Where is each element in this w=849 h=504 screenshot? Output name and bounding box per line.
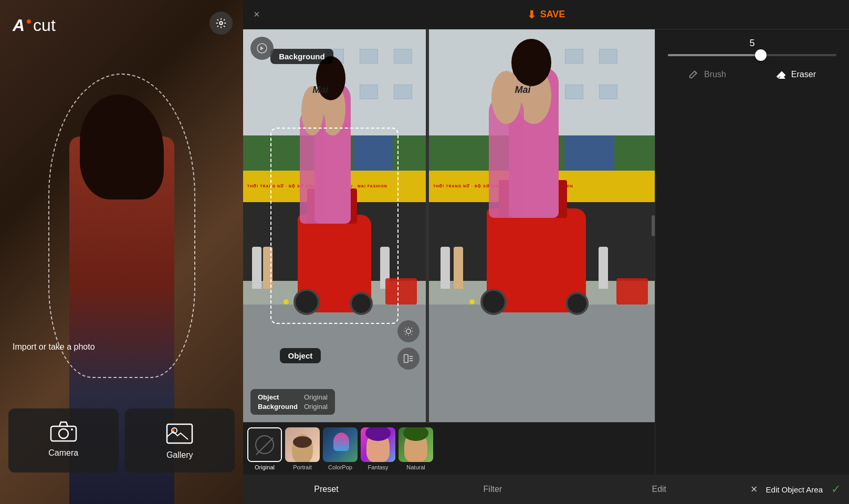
svg-point-2 [59, 429, 68, 438]
background-status-row: Background Original [258, 403, 328, 411]
scooter-selection-outline [270, 128, 399, 324]
preset-natural-thumb [399, 427, 433, 462]
image-views-container: THỜI TRANG NỮ · BỘ SƠ SINH · QUẦN ÁO BẦU… [243, 29, 655, 422]
no-effect-circle [255, 435, 274, 454]
motorcycle-bg-right [616, 278, 648, 304]
svg-point-0 [219, 22, 223, 25]
eraser-tool-button[interactable]: Eraser [775, 69, 816, 80]
window-r2 [565, 49, 583, 64]
brightness-tool-button[interactable] [397, 320, 420, 342]
window-3 [394, 49, 412, 64]
svg-line-14 [405, 334, 406, 334]
presets-row: Original Portrait [243, 422, 655, 475]
circular-logo-button[interactable] [250, 37, 274, 60]
save-button[interactable]: ⬇ SAVE [527, 8, 565, 21]
logo-a-letter: A [13, 16, 25, 35]
object-status-row: Object Original [258, 393, 328, 401]
editor-panel: THỜI TRANG NỮ · BỘ SƠ SINH · QUẦN ÁO BẦU… [243, 29, 655, 475]
window-5 [360, 85, 378, 99]
slider-track[interactable] [668, 54, 836, 56]
gallery-label: Gallery [166, 450, 193, 460]
left-panel: A cut Import or take a photo Camera [0, 0, 243, 504]
background-status-label: Background [258, 403, 300, 411]
window-r3 [599, 49, 617, 64]
settings-button[interactable] [209, 12, 233, 35]
scene-background-right: THỜI TRANG NỮ · BỘ SƠ SINH · QUẦN ÁO BẦU… [429, 29, 655, 422]
portrait-image [285, 427, 320, 462]
object-status-label: Object [258, 393, 300, 401]
svg-line-12 [405, 328, 406, 329]
mannequin-r1 [441, 247, 450, 289]
slider-fill [668, 54, 761, 56]
right-adjustment-panel: 5 Brush [655, 29, 849, 475]
tab-edit[interactable]: Edit [576, 485, 742, 494]
slider-container[interactable] [664, 54, 841, 56]
right-tools-container [397, 320, 420, 370]
mannequin-r2 [454, 247, 463, 289]
preset-original-thumb [247, 427, 282, 462]
brush-label: Brush [704, 70, 726, 79]
logo-dot [27, 19, 31, 24]
svg-rect-16 [404, 355, 408, 363]
compare-tool-button[interactable] [397, 348, 420, 370]
colorpop-image [323, 427, 358, 462]
close-button[interactable]: × [254, 8, 260, 20]
camera-button[interactable]: Camera [8, 408, 119, 472]
svg-point-7 [406, 329, 411, 333]
import-text: Import or take a photo [13, 342, 95, 352]
tab-preset-label: Preset [314, 485, 338, 494]
scroll-indicator[interactable] [652, 215, 655, 236]
preset-fantasy-label: Fantasy [368, 464, 388, 470]
preset-portrait-thumb [285, 427, 320, 462]
camera-label: Camera [48, 448, 78, 458]
object-status-value: Original [304, 393, 328, 401]
brush-eraser-row: Brush Eraser [664, 69, 841, 80]
preset-original[interactable]: Original [247, 427, 282, 470]
main-editor-area: × ⬇ SAVE [243, 0, 849, 504]
preset-colorpop[interactable]: ColorPop [323, 427, 358, 470]
gallery-button[interactable]: Gallery [125, 408, 235, 472]
mannequin-1 [252, 247, 261, 289]
preset-fantasy-thumb [361, 427, 395, 462]
preset-natural[interactable]: Natural [399, 427, 433, 470]
background-status-value: Original [304, 403, 328, 411]
save-download-icon: ⬇ [527, 8, 536, 21]
svg-line-15 [411, 328, 412, 329]
preset-natural-label: Natural [406, 464, 425, 470]
bottom-bar: Preset Filter Edit × Edit Object Area ✓ [243, 475, 849, 504]
preset-portrait[interactable]: Portrait [285, 427, 320, 470]
original-image-view[interactable]: THỜI TRANG NỮ · BỘ SƠ SINH · QUẦN ÁO BẦU… [429, 29, 655, 422]
window-2 [360, 49, 378, 64]
gallery-icon [166, 421, 193, 444]
yellow-dot-right [469, 299, 475, 304]
bottom-tabs: Preset Filter Edit [243, 485, 742, 494]
tab-preset[interactable]: Preset [243, 485, 410, 494]
logo-cut-text: cut [33, 16, 56, 35]
natural-image [399, 427, 433, 462]
action-buttons-container: Camera Gallery [8, 408, 235, 472]
edit-object-area-label: Edit Object Area [766, 485, 823, 494]
top-bar: × ⬇ SAVE [243, 0, 849, 29]
store-sign: Mai [312, 85, 328, 96]
app-logo: A cut [13, 16, 56, 35]
edited-image-view[interactable]: THỜI TRANG NỮ · BỘ SƠ SINH · QUẦN ÁO BẦU… [243, 29, 426, 422]
preset-fantasy[interactable]: Fantasy [361, 427, 395, 470]
eraser-label: Eraser [791, 70, 816, 79]
cancel-button[interactable]: × [751, 482, 758, 496]
road-right [429, 304, 655, 422]
window-r5 [565, 85, 583, 99]
slider-thumb[interactable] [755, 49, 767, 61]
bottom-right-actions: × Edit Object Area ✓ [742, 482, 849, 496]
confirm-button[interactable]: ✓ [831, 482, 841, 496]
scooter-rider-right [474, 124, 599, 312]
svg-line-13 [411, 334, 412, 334]
slider-value-display: 5 [664, 38, 841, 49]
preset-colorpop-thumb [323, 427, 358, 462]
tab-filter[interactable]: Filter [410, 485, 576, 494]
preset-colorpop-label: ColorPop [328, 464, 352, 470]
preset-portrait-label: Portrait [293, 464, 311, 470]
window-6 [394, 85, 412, 99]
middle-content: THỜI TRANG NỮ · BỘ SƠ SINH · QUẦN ÁO BẦU… [243, 29, 849, 475]
brush-tool-button[interactable]: Brush [688, 69, 726, 80]
preset-original-label: Original [255, 464, 275, 470]
